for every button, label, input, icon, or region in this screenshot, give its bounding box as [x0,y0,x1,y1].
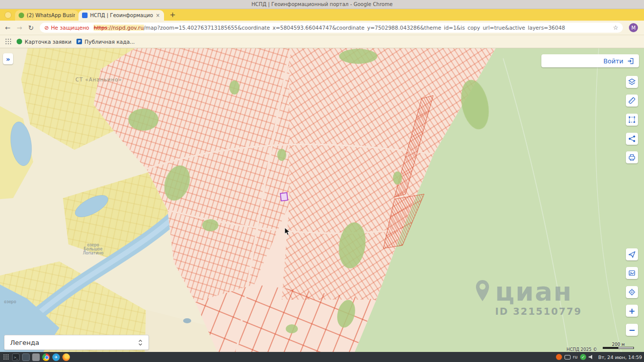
window-titlebar: НСПД | Геоинформационный портал - Google… [0,0,644,9]
measure-button[interactable] [626,95,638,107]
desktop: НСПД | Геоинформационный портал - Google… [0,0,644,362]
taskbar-apps: >_ ✈ [2,353,70,361]
share-icon [628,135,636,143]
apps-grid-icon[interactable] [5,38,12,45]
print-button[interactable] [626,151,638,163]
tab-search-button[interactable] [5,12,12,19]
scale-label: 200 м [603,342,634,347]
insecure-icon[interactable]: ⊘ [44,25,49,31]
scale-line [603,347,634,349]
layers-button[interactable] [626,76,638,88]
chevron-up-down-icon [138,339,143,346]
url-protocol: https [94,25,107,31]
security-label[interactable]: Не защищено [51,25,89,31]
image-frame-icon [628,269,636,277]
layers-icon [628,78,636,86]
language-indicator[interactable]: ru [573,354,578,359]
address-toolbar: ← → ↻ ⊘ Не защищено https://nspd.gov.ru/… [0,21,644,35]
zoom-out-button[interactable]: − [626,324,638,336]
login-icon [627,57,634,65]
url-text[interactable]: https://nspd.gov.ru/map?zoom=15.40276371… [94,25,610,31]
select-area-icon [628,116,636,124]
nspd-favicon [82,13,88,18]
map-viewport: СТ «Ананьино» озеро Большое Лопатино озе… [0,48,644,352]
tab-strip: (2) WhatsApp Business НСПД | Геоинформац… [0,9,644,21]
share-button[interactable] [626,133,638,145]
select-area-button[interactable] [626,114,638,126]
bookmark-favicon [17,39,22,44]
file-manager-icon[interactable] [22,353,30,361]
login-bar[interactable]: Войти [541,54,639,67]
app-menu-icon[interactable] [2,353,10,361]
tab-close-icon[interactable]: × [155,13,160,18]
tab-whatsapp[interactable]: (2) WhatsApp Business [15,10,78,21]
shield-icon[interactable]: ✓ [580,354,586,360]
forward-button[interactable]: → [14,24,25,32]
highlighted-parcel[interactable] [280,193,288,201]
bookmark-label: Публичная када... [85,39,135,45]
navigation-arrow-icon [628,250,636,258]
whatsapp-favicon [19,13,24,18]
map-attribution: НСПД 2025 © [567,347,597,352]
legend-label: Легенда [10,339,39,346]
bookmark-label: Карточка заявки [25,39,71,45]
tab-label: НСПД | Геоинформационн... [90,13,153,18]
new-tab-button[interactable]: + [168,10,178,20]
bookmark-star-icon[interactable]: ☆ [613,24,618,31]
telegram-icon[interactable]: ✈ [52,353,60,361]
tray-app-icon[interactable] [556,354,562,360]
tab-nspd[interactable]: НСПД | Геоинформационн... × [78,10,164,21]
gimp-icon[interactable] [32,353,40,361]
bookmark-publichnaya[interactable]: Р Публичная када... [76,39,135,45]
map-canvas[interactable] [0,48,644,352]
url-host: ://nspd.gov.ru [107,25,143,31]
expand-panel-button[interactable]: » [3,53,13,64]
reload-button[interactable]: ↻ [25,24,37,32]
taskbar-tray: ru ✓ Вт, 24 июн, 14:59 [556,354,642,360]
url-path: /map?zoom=15.402763713185655&coordinate_… [144,25,566,31]
address-bar[interactable]: ⊘ Не защищено https://nspd.gov.ru/map?zo… [40,23,623,33]
locate-button[interactable] [626,286,638,298]
taskbar: >_ ✈ ru ✓ Вт, 24 июн, 14:59 [0,352,644,362]
legend-dropdown[interactable]: Легенда [4,335,149,350]
clock[interactable]: Вт, 24 июн, 14:59 [598,354,642,360]
screenshot-button[interactable] [626,267,638,279]
chrome-icon[interactable] [42,353,50,361]
ruler-icon [628,97,636,105]
volume-icon[interactable] [589,355,594,359]
login-label: Войти [603,57,623,65]
bookmark-favicon: Р [76,39,82,44]
tab-label: (2) WhatsApp Business [27,13,75,18]
terminal-icon[interactable]: >_ [12,353,20,361]
bookmark-kartochka[interactable]: Карточка заявки [17,39,71,45]
bookmarks-bar: Карточка заявки Р Публичная када... [0,35,644,48]
window-title: НСПД | Геоинформационный портал - Google… [252,2,393,7]
scale-bar: 200 м [603,342,634,349]
zoom-in-button[interactable]: + [626,305,638,317]
printer-icon [628,153,636,161]
back-button[interactable]: ← [2,24,14,32]
firefox-icon[interactable] [62,353,70,361]
navigate-button[interactable] [626,248,638,260]
locate-icon [628,288,636,296]
profile-avatar[interactable]: M [629,23,638,32]
display-icon[interactable] [565,355,571,359]
